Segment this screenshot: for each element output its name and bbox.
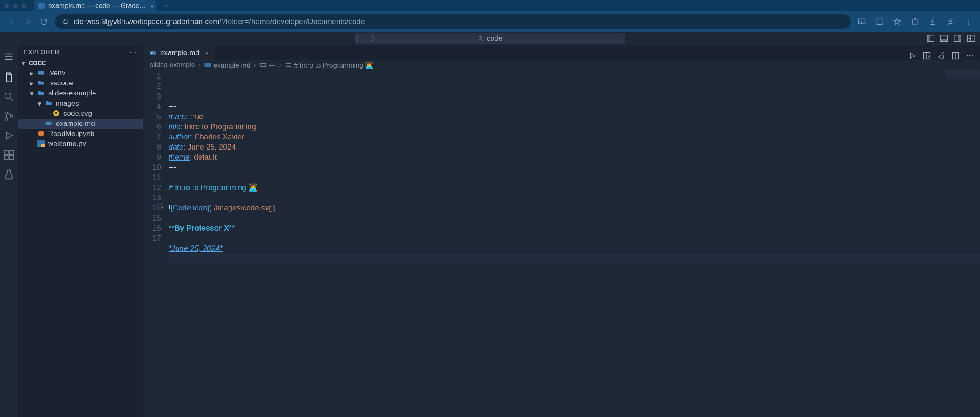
code-line[interactable]: --- <box>169 162 980 172</box>
file-name: .venv <box>48 69 65 77</box>
folder-item[interactable]: ▸.vscode <box>18 78 143 88</box>
svg-point-20 <box>10 115 13 117</box>
toggle-primary-sidebar-icon[interactable] <box>926 34 935 43</box>
code-line[interactable]: *June 25, 2024* <box>169 243 980 253</box>
code-line[interactable]: marp: true <box>169 112 980 122</box>
chevron-right-icon: › <box>279 61 281 69</box>
breadcrumb-item[interactable]: example.md <box>204 61 250 69</box>
file-name: .vscode <box>48 79 73 87</box>
folder-section-header[interactable]: ▾ CODE <box>18 58 143 68</box>
open-preview-side-icon[interactable] <box>923 52 931 60</box>
file-name: ReadMe.ipynb <box>48 130 95 138</box>
editor-forward-icon[interactable] <box>368 33 378 44</box>
svg-point-8 <box>968 24 969 25</box>
file-item[interactable]: welcome.py <box>18 139 143 149</box>
code-line[interactable]: title: Intro to Programming <box>169 122 980 132</box>
editor-more-icon[interactable] <box>966 52 974 60</box>
code-editor[interactable]: 1234567891011121314151617 ---marp: truet… <box>143 70 980 417</box>
editor-tab-close-icon[interactable]: × <box>205 49 209 56</box>
sidebar-title: EXPLORER ··· <box>18 45 143 58</box>
zoom-dot-icon[interactable] <box>21 3 26 8</box>
source-control-icon[interactable] <box>3 110 15 122</box>
svg-point-7 <box>968 21 969 22</box>
browser-tab-close-icon[interactable]: × <box>150 3 154 9</box>
svg-rect-21 <box>5 151 8 155</box>
browser-tab[interactable]: example.md — code — Grade… × <box>34 0 156 11</box>
window-traffic-lights[interactable] <box>4 3 26 8</box>
app-menu-icon[interactable] <box>3 51 14 62</box>
code-line[interactable]: --- <box>169 101 980 112</box>
testing-icon[interactable] <box>3 169 15 180</box>
address-bar[interactable]: ide-wss-3ljyv8n.workspace.graderthan.com… <box>55 14 851 29</box>
file-tree: ▸.venv▸.vscode▾slides-example▾images✽cod… <box>18 68 143 149</box>
breadcrumb[interactable]: slides-example› example.md› ---› # Intro… <box>143 60 980 70</box>
svg-rect-4 <box>914 18 915 19</box>
code-line[interactable] <box>169 253 980 264</box>
svg-rect-42 <box>286 63 291 67</box>
code-line[interactable] <box>169 264 980 274</box>
extensions-activity-icon[interactable] <box>3 149 15 161</box>
breadcrumb-item[interactable]: # Intro to Programming 👩‍💻 <box>285 61 374 69</box>
screenshot-icon[interactable] <box>874 16 885 27</box>
toggle-secondary-sidebar-icon[interactable] <box>953 34 962 43</box>
new-tab-button[interactable]: + <box>160 0 172 11</box>
split-editor-icon[interactable] <box>951 52 960 60</box>
editor-back-icon[interactable] <box>352 33 362 44</box>
explorer-more-icon[interactable]: ··· <box>129 48 137 55</box>
run-icon[interactable] <box>908 52 917 60</box>
search-activity-icon[interactable] <box>3 91 15 103</box>
bookmark-icon[interactable] <box>892 16 902 27</box>
url-text: ide-wss-3ljyv8n.workspace.graderthan.com… <box>74 17 365 26</box>
svg-point-37 <box>967 55 968 57</box>
file-item[interactable]: M↓example.md <box>18 119 143 129</box>
code-line[interactable] <box>169 172 980 183</box>
downloads-icon[interactable] <box>928 16 938 27</box>
editor-group: M↓ example.md × slides-example› example.… <box>143 45 980 417</box>
image-reference-glyph-icon[interactable] <box>156 203 163 210</box>
install-app-icon[interactable] <box>857 16 867 27</box>
customize-layout-icon[interactable] <box>966 34 976 43</box>
forward-button[interactable] <box>23 16 33 27</box>
editor-tab-example-md[interactable]: M↓ example.md × <box>143 45 215 60</box>
code-line[interactable] <box>169 213 980 223</box>
command-center[interactable]: code <box>355 33 625 44</box>
site-settings-icon[interactable] <box>62 18 69 25</box>
browser-menu-icon[interactable] <box>963 16 973 27</box>
code-line[interactable] <box>169 233 980 243</box>
code-line[interactable]: theme: default <box>169 152 980 162</box>
toggle-panel-icon[interactable] <box>939 34 949 43</box>
window-titlebar: example.md — code — Grade… × + <box>0 0 980 11</box>
back-button[interactable] <box>7 16 17 27</box>
code-line[interactable]: ![Code icon](./images/code.svg) <box>169 203 980 213</box>
open-changes-icon[interactable] <box>937 52 945 60</box>
code-line[interactable]: author: Charles Xavier <box>169 132 980 142</box>
explorer-icon[interactable] <box>3 71 15 83</box>
breadcrumb-item[interactable]: slides-example <box>150 61 195 69</box>
folder-item[interactable]: ▾images <box>18 98 143 109</box>
sidebar-title-label: EXPLORER <box>24 48 60 55</box>
code-line[interactable] <box>169 193 980 203</box>
code-line[interactable]: date: June 25, 2024 <box>169 142 980 152</box>
profile-icon[interactable] <box>945 16 956 27</box>
folder-item[interactable]: ▾slides-example <box>18 88 143 98</box>
minimize-dot-icon[interactable] <box>13 3 18 8</box>
breadcrumb-item[interactable]: --- <box>259 61 275 69</box>
file-type-icon <box>37 69 46 77</box>
reload-button[interactable] <box>39 16 49 27</box>
file-item[interactable]: ReadMe.ipynb <box>18 129 143 139</box>
svg-point-35 <box>928 55 929 56</box>
file-type-icon <box>37 140 46 148</box>
file-item[interactable]: ✽code.svg <box>18 109 143 119</box>
editor-tab-label: example.md <box>160 49 199 57</box>
folder-item[interactable]: ▸.venv <box>18 68 143 78</box>
browser-tab-title: example.md — code — Grade… <box>48 2 146 10</box>
svg-point-19 <box>5 118 8 120</box>
code-line[interactable]: **By Professor X** <box>169 223 980 233</box>
run-debug-icon[interactable] <box>3 130 15 142</box>
minimap[interactable] <box>946 70 980 79</box>
close-dot-icon[interactable] <box>4 3 9 8</box>
code-line[interactable]: # Intro to Programming 👩‍💻 <box>169 183 980 193</box>
extensions-icon[interactable] <box>910 16 920 27</box>
code-content[interactable]: ---marp: truetitle: Intro to Programming… <box>169 70 980 417</box>
chevron-down-icon: ▾ <box>20 60 26 66</box>
